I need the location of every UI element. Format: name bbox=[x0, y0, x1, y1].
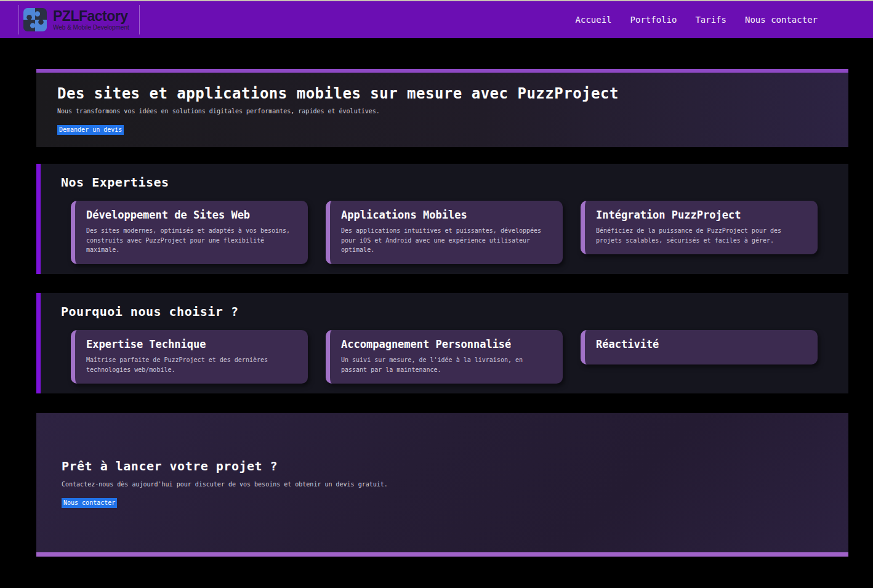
why-us-section: Pourquoi nous choisir ? Expertise Techni… bbox=[36, 293, 848, 393]
card-title: Expertise Technique bbox=[86, 338, 297, 350]
cta-section: Prêt à lancer votre projet ? Contactez-n… bbox=[36, 413, 848, 557]
logo[interactable]: PZLFactory Web & Mobile Development bbox=[18, 5, 140, 34]
card-technical-expertise: Expertise Technique Maîtrise parfaite de… bbox=[71, 330, 308, 384]
card-web-development: Développement de Sites Web Des sites mod… bbox=[71, 201, 308, 264]
navbar: PZLFactory Web & Mobile Development Accu… bbox=[0, 1, 873, 38]
card-title: Réactivité bbox=[596, 338, 807, 350]
why-us-heading: Pourquoi nous choisir ? bbox=[61, 304, 818, 319]
nav-link-portfolio[interactable]: Portfolio bbox=[630, 15, 677, 25]
card-description: Bénéficiez de la puissance de PuzzProjec… bbox=[596, 226, 807, 245]
nav-links: Accueil Portfolio Tarifs Nous contacter bbox=[576, 15, 818, 25]
hero-title: Des sites et applications mobiles sur me… bbox=[57, 85, 827, 103]
expertises-heading: Nos Expertises bbox=[61, 175, 818, 190]
nav-link-tarifs[interactable]: Tarifs bbox=[695, 15, 726, 25]
page-content: Des sites et applications mobiles sur me… bbox=[36, 69, 848, 557]
card-personalized-support: Accompagnement Personnalisé Un suivi sur… bbox=[326, 330, 563, 384]
expertises-cards: Développement de Sites Web Des sites mod… bbox=[71, 201, 818, 264]
card-puzzproject-integration: Intégration PuzzProject Bénéficiez de la… bbox=[581, 201, 818, 254]
logo-title: PZLFactory bbox=[53, 9, 129, 23]
request-quote-link[interactable]: Demander un devis bbox=[57, 125, 124, 135]
card-description: Des sites modernes, optimisés et adaptés… bbox=[86, 226, 297, 255]
cta-heading: Prêt à lancer votre projet ? bbox=[62, 459, 848, 473]
cta-text: Contactez-nous dès aujourd'hui pour disc… bbox=[62, 481, 848, 488]
card-title: Applications Mobiles bbox=[341, 209, 552, 221]
contact-us-link[interactable]: Nous contacter bbox=[62, 498, 117, 508]
hero-section: Des sites et applications mobiles sur me… bbox=[36, 69, 848, 147]
card-title: Développement de Sites Web bbox=[86, 209, 297, 221]
hero-subtitle: Nous transformons vos idées en solutions… bbox=[57, 108, 827, 115]
expertises-section: Nos Expertises Développement de Sites We… bbox=[36, 164, 848, 274]
nav-link-nous-contacter[interactable]: Nous contacter bbox=[745, 15, 818, 25]
card-description: Des applications intuitives et puissante… bbox=[341, 226, 552, 255]
nav-link-accueil[interactable]: Accueil bbox=[576, 15, 612, 25]
card-title: Intégration PuzzProject bbox=[596, 209, 807, 221]
card-title: Accompagnement Personnalisé bbox=[341, 338, 552, 350]
card-mobile-apps: Applications Mobiles Des applications in… bbox=[326, 201, 563, 264]
card-reactivity: Réactivité bbox=[581, 330, 818, 364]
card-description: Maîtrise parfaite de PuzzProject et des … bbox=[86, 355, 297, 374]
logo-subtitle: Web & Mobile Development bbox=[53, 25, 129, 31]
card-description: Un suivi sur mesure, de l'idée à la livr… bbox=[341, 355, 552, 374]
puzzle-logo-icon bbox=[23, 8, 47, 31]
why-us-cards: Expertise Technique Maîtrise parfaite de… bbox=[71, 330, 818, 384]
